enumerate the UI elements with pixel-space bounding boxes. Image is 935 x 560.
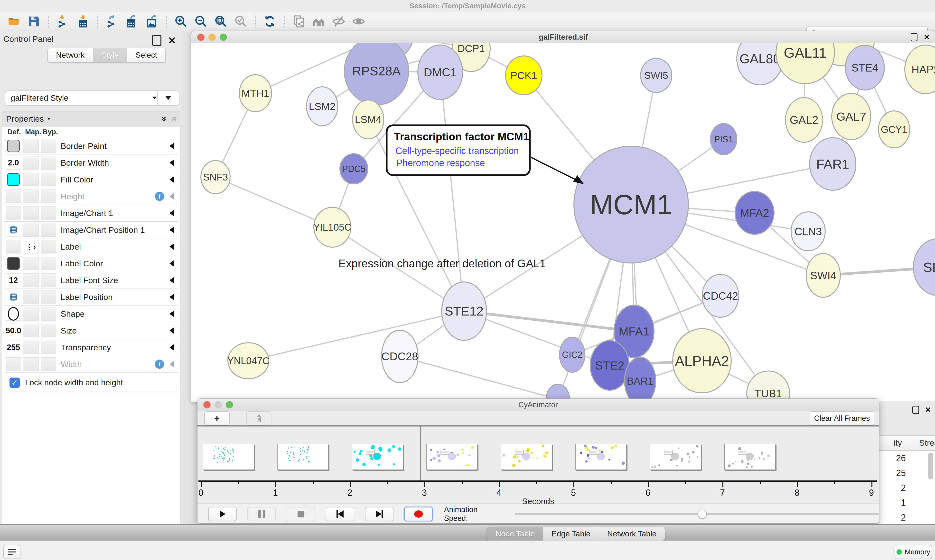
duplicate-network-icon[interactable] <box>292 15 305 28</box>
network-canvas[interactable]: RPS28ADCP1DMC1PCK1SWI5GAL80GAL11STE4HAP2… <box>191 43 935 402</box>
network-node-MCM1[interactable]: MCM1 <box>574 146 688 263</box>
play-button[interactable] <box>208 507 237 521</box>
network-node-BAR1[interactable]: BAR1 <box>625 357 656 402</box>
network-node-PCK1[interactable]: PCK1 <box>506 56 542 95</box>
import-network-icon[interactable] <box>56 15 70 28</box>
hide-selected-icon[interactable] <box>332 15 346 28</box>
table-row[interactable]: 26 <box>879 451 908 466</box>
first-neighbors-icon[interactable] <box>312 15 326 28</box>
network-node-TUB1[interactable]: TUB1 <box>747 371 790 402</box>
close-view-icon[interactable]: ✕ <box>924 34 930 41</box>
tab-network[interactable]: Network <box>48 48 93 62</box>
cyanimator-titlebar[interactable]: CyAnimator <box>197 399 879 411</box>
property-row-shape[interactable]: Shape <box>4 306 178 322</box>
timeline-frame-1[interactable] <box>277 444 329 470</box>
property-row-fill-color[interactable]: Fill Color <box>4 171 178 188</box>
network-node-DMC1[interactable]: DMC1 <box>418 45 463 100</box>
property-row-border-width[interactable]: 2.0Border Width <box>4 154 178 171</box>
tab-style[interactable]: Style <box>93 48 127 62</box>
skip-end-button[interactable] <box>365 507 393 521</box>
timeline-frame-3[interactable] <box>426 444 477 470</box>
network-node-RPS28A[interactable]: RPS28A <box>344 43 409 105</box>
zoom-fit-icon[interactable] <box>214 15 228 28</box>
pause-button[interactable] <box>247 507 276 521</box>
network-node-CDC42[interactable]: CDC42 <box>702 274 739 317</box>
open-folder-icon[interactable] <box>7 15 21 28</box>
record-button[interactable] <box>404 507 433 521</box>
tab-network-table[interactable]: Network Table <box>599 527 665 541</box>
close-panel-icon[interactable]: ✕ <box>168 36 176 45</box>
refresh-icon[interactable] <box>263 15 276 28</box>
export-image-icon[interactable] <box>145 15 159 28</box>
delete-frame-button[interactable] <box>246 411 272 426</box>
tab-node-table[interactable]: Node Table <box>487 527 543 541</box>
zoom-in-icon[interactable] <box>174 15 188 28</box>
checkbox-checked-icon[interactable]: ✓ <box>9 378 20 388</box>
table-row[interactable]: 2 <box>879 510 908 525</box>
annotation-link-1[interactable]: Cell-type-specific transcription <box>395 146 519 156</box>
export-table-icon[interactable] <box>125 15 139 28</box>
network-node-GAL11[interactable]: GAL11 <box>776 43 835 84</box>
table-scrollbar[interactable] <box>928 453 933 480</box>
network-node-HAP2[interactable]: HAP2 <box>905 45 935 94</box>
network-node-PDC5[interactable]: PDC5 <box>340 154 368 184</box>
network-node-GAL2[interactable]: GAL2 <box>785 98 822 142</box>
property-row-image-chart-position-1[interactable]: Image/Chart Position 1 <box>4 222 178 238</box>
property-row-image-chart-1[interactable]: Image/Chart 1 <box>4 205 178 222</box>
zoom-selected-icon[interactable] <box>234 15 248 28</box>
skip-start-button[interactable] <box>326 507 354 521</box>
save-icon[interactable] <box>27 15 41 28</box>
property-row-label-font-size[interactable]: 12Label Font Size <box>4 272 178 289</box>
network-node-GAL7[interactable]: GAL7 <box>832 94 871 140</box>
network-node-YNL047C[interactable]: YNL047C <box>227 343 269 379</box>
import-table-icon[interactable] <box>76 15 90 28</box>
network-edge[interactable] <box>400 356 558 399</box>
cyanimator-timeline[interactable]: 0123456789 Seconds <box>197 426 879 503</box>
property-row-size[interactable]: 50.0Size <box>4 322 178 339</box>
expand-all-icon[interactable]: » <box>159 116 170 122</box>
animation-speed-slider[interactable] <box>515 513 879 515</box>
property-row-label-color[interactable]: Label Color <box>4 255 178 272</box>
property-row-border-paint[interactable]: Border Paint <box>4 138 178 154</box>
network-node-YIL105C[interactable]: YIL105C <box>313 207 351 247</box>
property-row-label[interactable]: ⋮›Label <box>4 238 178 255</box>
annotation-link-2[interactable]: Pheromone response <box>397 158 485 168</box>
network-window-titlebar[interactable]: galFiltered.sif ✕ <box>191 31 935 43</box>
node-table-header[interactable]: ity Stres <box>879 436 935 451</box>
close-table-panel-icon[interactable]: ✕ <box>925 406 931 414</box>
property-row-transparency[interactable]: 255Transparency <box>4 339 178 356</box>
float-panel-icon[interactable] <box>152 35 161 46</box>
memory-button[interactable]: Memory <box>895 545 932 559</box>
slider-knob[interactable] <box>698 510 707 518</box>
lock-dimensions-row[interactable]: ✓ Lock node width and height <box>4 374 178 391</box>
timeline-frame-4[interactable] <box>501 444 552 470</box>
zoom-out-icon[interactable] <box>194 15 208 28</box>
network-node-SWI5[interactable]: SWI5 <box>640 58 672 92</box>
clear-all-frames-button[interactable]: Clear All Frames <box>810 411 874 426</box>
properties-header[interactable]: Properties » » <box>2 111 180 126</box>
network-node-STE2[interactable]: STE2 <box>590 341 629 390</box>
network-node-STE4[interactable]: STE4 <box>846 45 884 90</box>
network-node-SWI4[interactable]: SWI4 <box>806 254 840 297</box>
network-edge[interactable] <box>248 311 464 361</box>
property-row-width[interactable]: Widthi <box>4 356 178 373</box>
network-node-SNF3[interactable]: SNF3 <box>201 160 230 194</box>
network-node-CLN3[interactable]: CLN3 <box>791 212 825 251</box>
network-edge[interactable] <box>440 72 464 311</box>
timeline-frame-2[interactable] <box>352 444 403 470</box>
network-node-MFA2[interactable]: MFA2 <box>735 191 774 234</box>
network-node-FAR1[interactable]: FAR1 <box>810 138 856 190</box>
float-table-panel-icon[interactable] <box>912 406 919 414</box>
export-network-icon[interactable] <box>105 15 119 28</box>
network-node-MTH1[interactable]: MTH1 <box>239 75 272 112</box>
caption-annotation[interactable]: Expression change after deletion of GAL1 <box>338 257 546 270</box>
network-node-STE12[interactable]: STE12 <box>442 282 486 340</box>
float-view-icon[interactable] <box>911 33 918 42</box>
style-options-dropdown[interactable] <box>157 91 179 106</box>
network-node-SLT2[interactable]: SLT2 <box>913 238 935 296</box>
property-row-label-position[interactable]: Label Position <box>4 289 178 306</box>
timeline-frame-5[interactable] <box>576 444 626 470</box>
table-row[interactable]: 25 <box>879 466 908 480</box>
network-node-ALPHA2[interactable]: ALPHA2 <box>673 329 731 393</box>
timeline-playhead[interactable] <box>421 426 421 480</box>
